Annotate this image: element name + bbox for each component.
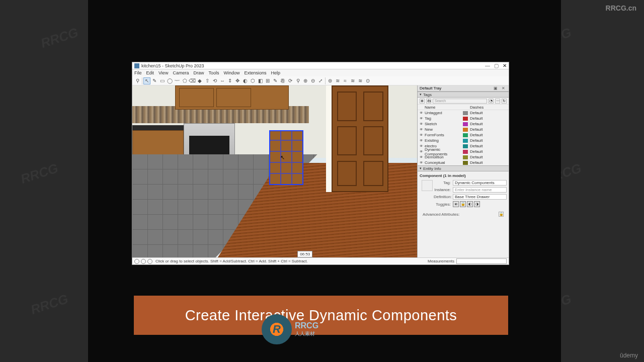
tag-color-swatch[interactable] bbox=[463, 161, 468, 165]
tool-line-icon[interactable]: ✎ bbox=[151, 77, 158, 84]
tool-orbit-icon[interactable]: ⟳ bbox=[287, 77, 294, 84]
tag-color-swatch[interactable] bbox=[463, 139, 468, 143]
tool-3dtext-icon[interactable]: ✎ bbox=[272, 77, 279, 84]
menu-tools[interactable]: Tools bbox=[208, 70, 219, 75]
menu-edit[interactable]: Edit bbox=[146, 70, 154, 75]
menu-help[interactable]: Help bbox=[271, 70, 280, 75]
tool-rotate-icon[interactable]: ⟲ bbox=[211, 77, 218, 84]
menu-file[interactable]: File bbox=[134, 70, 142, 75]
tool-zoomext-icon[interactable]: ⤢ bbox=[317, 77, 324, 84]
tags-panel-header[interactable]: Tags bbox=[418, 92, 509, 98]
menu-window[interactable]: Window bbox=[223, 70, 239, 75]
visibility-icon[interactable]: 👁 bbox=[420, 122, 425, 126]
selected-component[interactable] bbox=[269, 130, 303, 185]
tool-rect-icon[interactable]: ▭ bbox=[158, 77, 166, 84]
tag-color-swatch[interactable] bbox=[463, 144, 468, 148]
tray-header[interactable]: Default Tray ▣ ✕ bbox=[418, 85, 509, 92]
tool-pan-icon[interactable]: ⚲ bbox=[294, 77, 301, 84]
tag-color-swatch[interactable] bbox=[463, 117, 468, 121]
tag-row[interactable]: 👁DemolitionDefault bbox=[418, 154, 509, 160]
tool-warehouse-icon[interactable]: ⊜ bbox=[327, 77, 334, 84]
tool-ext-icon[interactable]: ≋ bbox=[334, 77, 341, 84]
visibility-icon[interactable]: 👁 bbox=[420, 111, 425, 115]
title-bar[interactable]: kitchen15 - SketchUp Pro 2023 — ▢ ✕ bbox=[132, 62, 509, 69]
tag-filter-icon[interactable]: ◔ bbox=[489, 99, 494, 104]
tag-dash-style[interactable]: Default bbox=[470, 155, 482, 159]
tag-dash-style[interactable]: Default bbox=[470, 149, 482, 154]
tag-row[interactable]: 👁ConceptualDefault bbox=[418, 160, 509, 165]
tool-select-icon[interactable]: ↖ bbox=[143, 77, 150, 84]
visibility-icon[interactable]: 👁 bbox=[420, 128, 425, 131]
minimize-button[interactable]: — bbox=[485, 63, 490, 68]
visibility-icon[interactable]: 👁 bbox=[420, 150, 425, 153]
status-icon[interactable] bbox=[147, 259, 152, 264]
tool-arc-icon[interactable]: 〰 bbox=[174, 77, 181, 84]
tool-move-icon[interactable]: ↔ bbox=[219, 77, 226, 84]
tag-color-swatch[interactable] bbox=[463, 111, 468, 115]
tool-dim-icon[interactable]: ⊞ bbox=[264, 77, 271, 84]
tag-dash-style[interactable]: Default bbox=[470, 116, 482, 121]
advanced-attributes[interactable]: Advanced Attributes: 🔒 bbox=[420, 209, 507, 220]
tool-eraser-icon[interactable]: ⌫ bbox=[189, 77, 196, 84]
tool-scale-icon[interactable]: ⇕ bbox=[226, 77, 233, 84]
tool-user-icon[interactable]: ⊙ bbox=[364, 77, 371, 84]
tag-row[interactable]: 👁UntaggedDefault bbox=[418, 110, 509, 116]
tool-pushpull-icon[interactable]: ⇧ bbox=[204, 77, 211, 84]
visibility-icon[interactable]: 👁 bbox=[420, 155, 425, 159]
visibility-icon[interactable]: 👁 bbox=[420, 133, 425, 137]
visibility-icon[interactable]: 👁 bbox=[420, 161, 425, 164]
viewport-3d[interactable]: ↖ 06:53 bbox=[132, 85, 417, 257]
tag-dash-style[interactable]: Default bbox=[470, 144, 482, 148]
menu-draw[interactable]: Draw bbox=[193, 70, 204, 75]
adv-attr-lock-icon[interactable]: 🔒 bbox=[499, 212, 504, 217]
tag-dash-style[interactable]: Default bbox=[470, 127, 482, 132]
tag-folder-icon[interactable]: 🗀 bbox=[426, 99, 431, 104]
tool-paint-icon[interactable]: ◆ bbox=[196, 77, 203, 84]
definition-input[interactable]: Base Three Drawer bbox=[453, 194, 507, 200]
status-icon[interactable] bbox=[141, 259, 146, 264]
status-icon[interactable] bbox=[134, 259, 139, 264]
tags-name-col[interactable]: Name bbox=[425, 105, 470, 110]
visibility-icon[interactable]: 👁 bbox=[420, 117, 425, 120]
tag-dropdown[interactable]: Dynamic Components bbox=[453, 180, 507, 186]
tool-zoomout-icon[interactable]: ⊖ bbox=[309, 77, 316, 84]
tool-circle-icon[interactable]: ◯ bbox=[166, 77, 173, 84]
tool-xray-icon[interactable]: ≋ bbox=[357, 77, 364, 84]
tags-dashes-col[interactable]: Dashes bbox=[470, 105, 484, 110]
tag-color-swatch[interactable] bbox=[463, 128, 468, 132]
menu-camera[interactable]: Camera bbox=[173, 70, 189, 75]
tool-section-icon[interactable]: 卷 bbox=[279, 77, 286, 84]
tag-dash-style[interactable]: Default bbox=[470, 111, 482, 115]
tag-dash-style[interactable]: Default bbox=[470, 138, 482, 143]
toggle-cast-icon[interactable]: ◑ bbox=[474, 201, 480, 207]
tool-search-icon[interactable]: ⚲ bbox=[134, 77, 141, 84]
toggle-shadow-icon[interactable]: ◐ bbox=[467, 201, 473, 207]
tool-zoomin-icon[interactable]: ⊕ bbox=[302, 77, 309, 84]
tag-dash-style[interactable]: Default bbox=[470, 160, 482, 165]
tag-row[interactable]: 👁SketchDefault bbox=[418, 121, 509, 127]
tray-buttons[interactable]: ▣ ✕ bbox=[494, 86, 507, 90]
tool-text-icon[interactable]: ◧ bbox=[257, 77, 264, 84]
tag-options-icon[interactable]: ⋯ bbox=[495, 99, 500, 104]
tag-color-swatch[interactable] bbox=[463, 133, 468, 137]
measurements-input[interactable] bbox=[456, 258, 507, 264]
toggle-lock-icon[interactable]: 🔒 bbox=[460, 201, 466, 207]
tag-search-input[interactable]: Search bbox=[433, 99, 487, 104]
tool-layers-icon[interactable]: ≈ bbox=[342, 77, 349, 84]
menu-view[interactable]: View bbox=[158, 70, 168, 75]
tag-row[interactable]: 👁TagDefault bbox=[418, 116, 509, 121]
tool-tape-icon[interactable]: ⬡ bbox=[249, 77, 256, 84]
tool-followme-icon[interactable]: ◐ bbox=[242, 77, 249, 84]
add-tag-icon[interactable]: ⊕ bbox=[420, 99, 425, 104]
tag-refresh-icon[interactable]: ↻ bbox=[502, 99, 507, 104]
tag-color-swatch[interactable] bbox=[463, 150, 468, 154]
tag-dash-style[interactable]: Default bbox=[470, 122, 482, 126]
tool-offset-icon[interactable]: ✥ bbox=[234, 77, 241, 84]
visibility-icon[interactable]: 👁 bbox=[420, 144, 425, 148]
tag-row[interactable]: 👁Dynamic ComponentsDefault bbox=[418, 149, 509, 154]
tag-row[interactable]: 👁FormFontsDefault bbox=[418, 132, 509, 138]
instance-input[interactable]: Enter instance name bbox=[453, 187, 507, 193]
tag-row[interactable]: 👁NewDefault bbox=[418, 127, 509, 132]
tool-styles-icon[interactable]: ≋ bbox=[349, 77, 356, 84]
close-button[interactable]: ✕ bbox=[503, 63, 507, 68]
